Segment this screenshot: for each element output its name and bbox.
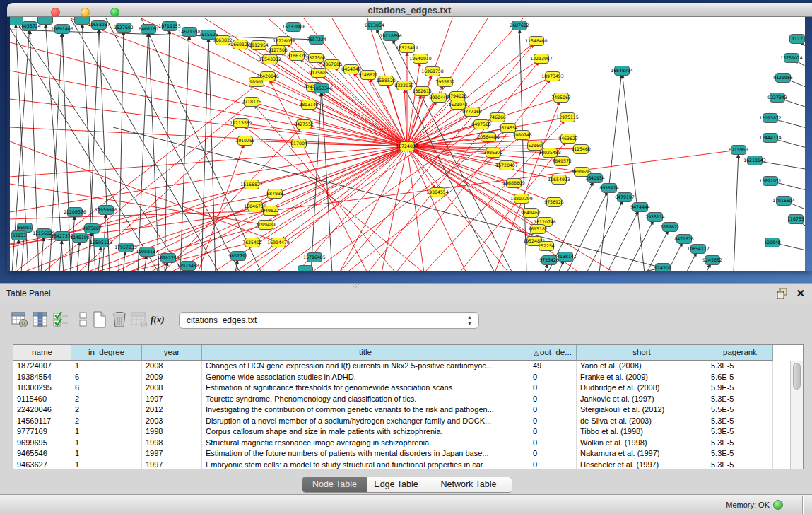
cited-node[interactable]: 9175685	[309, 69, 329, 78]
cited-node[interactable]: 18226058	[273, 37, 295, 46]
cited-node[interactable]: 9840467	[521, 209, 541, 218]
cited-node[interactable]: 9777169	[462, 107, 482, 117]
clear-selection-icon[interactable]	[75, 311, 92, 328]
column-header-year[interactable]: year	[142, 345, 202, 361]
column-header-in_degree[interactable]: in_degree	[71, 345, 142, 361]
cited-node[interactable]: 18807299	[510, 194, 533, 204]
cited-node[interactable]: 949822	[262, 206, 279, 216]
cited-node[interactable]: 6794028	[447, 92, 467, 101]
graph-node[interactable]: 10958187	[136, 247, 158, 257]
table-settings-icon[interactable]	[11, 311, 28, 328]
graph-node[interactable]: 16648794	[611, 66, 633, 76]
float-panel-icon[interactable]	[777, 288, 789, 299]
cited-node[interactable]: 10973493	[541, 72, 564, 81]
graph-node[interactable]: 1145194	[70, 233, 90, 243]
cited-node[interactable]: 11548408	[525, 37, 548, 46]
cited-node[interactable]: 9115460	[571, 145, 591, 154]
cited-node[interactable]: 2718126	[242, 98, 261, 107]
cited-node[interactable]: 8427552	[294, 120, 314, 129]
window-titlebar[interactable]: citations_edges.txt	[7, 3, 812, 17]
cited-node[interactable]: 8186328	[287, 52, 307, 61]
graph-node[interactable]: 100948	[764, 238, 781, 247]
graph-node[interactable]: 9227343	[767, 93, 787, 103]
cited-node[interactable]: 9463627	[558, 134, 578, 144]
graph-node[interactable]: 9733426	[539, 256, 559, 265]
cited-node[interactable]: 15720407	[495, 161, 518, 170]
graph-node[interactable]: 12444124	[759, 134, 782, 143]
cited-node[interactable]: 10688609	[502, 179, 525, 188]
graph-node[interactable]: 33153	[12, 231, 27, 240]
graph-node[interactable]: 9857791	[228, 252, 248, 261]
cited-node[interactable]: 8322037	[394, 81, 414, 90]
column-header-name[interactable]: name	[13, 345, 71, 361]
cited-node[interactable]: 746266	[489, 113, 506, 122]
memory-status-icon[interactable]	[773, 500, 783, 510]
table-row[interactable]: 911546021997Tourette syndrome. Phenomeno…	[13, 394, 790, 405]
graph-node[interactable]: 8215958	[729, 146, 748, 155]
graph-node[interactable]: 924502	[654, 264, 671, 272]
cited-node[interactable]: 7986372	[483, 148, 503, 158]
show-columns-icon[interactable]	[32, 311, 49, 328]
table-row[interactable]: 946554611997Estimation of the future num…	[13, 448, 790, 460]
graph-node[interactable]: 12505123	[90, 238, 112, 247]
graph-node[interactable]: 10653257	[88, 21, 110, 30]
graph-node[interactable]: 2687682	[510, 21, 529, 30]
graph-node[interactable]: 8466160	[139, 25, 158, 34]
vertical-scrollbar[interactable]	[790, 361, 803, 469]
graph-node[interactable]: 15692971	[759, 177, 782, 186]
graph-node[interactable]	[10, 17, 23, 25]
graph-node[interactable]: 20206576	[64, 208, 86, 217]
cited-node[interactable]: 8990448	[429, 93, 449, 103]
cited-node[interactable]: 1588520	[376, 76, 396, 86]
citation-graph[interactable]: 1872400776638229660128191295418226058912…	[10, 17, 805, 271]
table-row[interactable]: 1830029562008Estimation of significance …	[13, 382, 790, 394]
column-header-short[interactable]: short	[577, 345, 707, 361]
table-row[interactable]: 969969511998Structural magnetic resonanc…	[13, 438, 790, 449]
cited-node[interactable]: 887835	[266, 189, 283, 199]
graph-node[interactable]: 2935114	[645, 213, 665, 222]
cited-node[interactable]: 252254	[538, 242, 555, 251]
close-panel-icon[interactable]: ✕	[796, 287, 805, 300]
cited-node[interactable]: 12213967	[530, 54, 553, 64]
graph-node[interactable]: 16033809	[282, 23, 305, 32]
cited-node[interactable]: 12213589	[230, 119, 252, 128]
select-all-rows-icon[interactable]	[52, 311, 69, 328]
graph-node[interactable]: 1112	[790, 35, 805, 44]
table-row[interactable]: 1938455462009Genome-wide association stu…	[13, 372, 790, 383]
tab-node-table[interactable]: Node Table	[302, 477, 367, 492]
graph-node[interactable]: 10719155	[158, 22, 181, 31]
graph-node[interactable]: 17957233	[114, 243, 137, 252]
graph-node[interactable]: 10654112	[687, 245, 710, 254]
graph-node[interactable]: 1527602	[114, 23, 134, 33]
graph-node[interactable]: 15716485	[303, 253, 326, 262]
cited-node[interactable]: 12975115	[556, 113, 579, 122]
cited-node[interactable]: 2867608	[322, 60, 342, 69]
graph-node[interactable]: 19218596	[379, 32, 402, 41]
cited-node[interactable]: 2803144	[299, 100, 319, 110]
graph-node[interactable]: 8938924	[599, 184, 619, 193]
graph-node[interactable]: 7832621	[660, 223, 680, 232]
cited-node[interactable]: 19654923	[548, 175, 570, 185]
column-header-pagerank[interactable]: pagerank	[707, 345, 773, 361]
cited-node[interactable]: 7955812	[435, 78, 455, 87]
cited-node[interactable]: 9146821	[358, 71, 378, 80]
table-row[interactable]: 946362711997Embryonic stem cells: a mode…	[13, 460, 790, 469]
graph-node[interactable]: 8471876	[674, 235, 694, 244]
cited-node[interactable]: 1912954	[249, 41, 269, 50]
tab-network-table[interactable]: Network Table	[425, 477, 512, 492]
graph-node[interactable]: 8813054	[365, 21, 384, 30]
column-header-title[interactable]: title	[202, 345, 529, 361]
graph-node[interactable]: 116753	[787, 215, 804, 224]
table-row[interactable]: 977716911998Corpus callosum shape and si…	[13, 426, 790, 438]
graph-node[interactable]: 15751074	[780, 54, 803, 63]
table-selector-dropdown[interactable]: citations_edges.txt ▲▼	[179, 312, 479, 329]
graph-node[interactable]	[38, 17, 53, 25]
graph-node[interactable]	[75, 17, 90, 25]
tab-edge-table[interactable]: Edge Table	[367, 477, 425, 492]
cited-node[interactable]: 9660128	[230, 40, 250, 49]
cited-node[interactable]: 9127508	[268, 46, 288, 55]
cited-node[interactable]: 917004	[290, 139, 307, 148]
function-builder-icon[interactable]: f(x)	[151, 311, 170, 328]
delete-column-icon[interactable]	[111, 311, 128, 328]
graph-node[interactable]: 7515526	[199, 30, 218, 40]
